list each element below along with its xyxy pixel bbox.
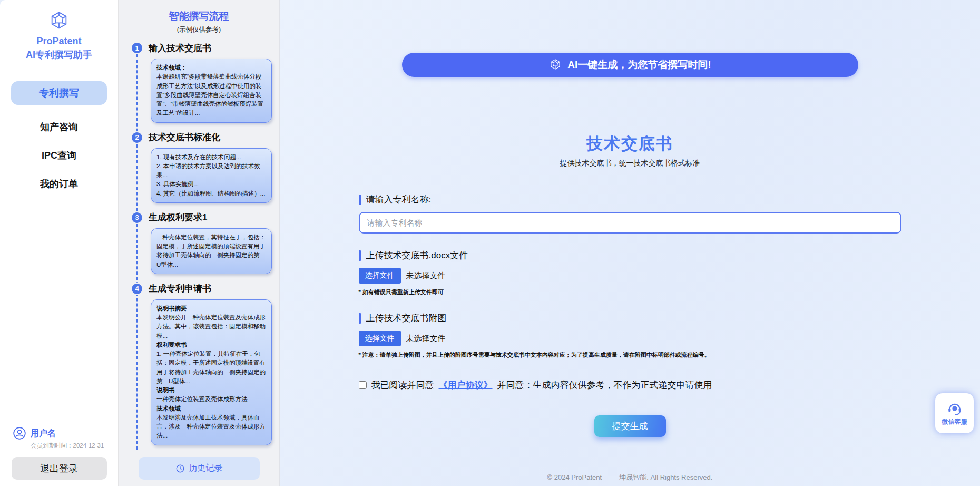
upload-doc-note: * 如有错误只需重新上传文件即可 bbox=[359, 288, 901, 296]
card-line: 1. 现有技术及存在的技术问题... bbox=[156, 153, 266, 162]
brand-subtitle: AI专利撰写助手 bbox=[26, 48, 92, 61]
wechat-support-button[interactable]: 微信客服 bbox=[935, 393, 974, 433]
agreement-suffix: 并同意：生成内容仅供参考，不作为正式递交申请使用 bbox=[497, 379, 712, 391]
user-name: 用户名 bbox=[31, 428, 56, 439]
logout-button[interactable]: 退出登录 bbox=[12, 457, 107, 480]
label-accent-bar bbox=[359, 313, 361, 324]
card-line: 1. 一种壳体定位装置，其特征在于，包括：固定模，于所述固定模的顶端设置有用于将… bbox=[156, 349, 266, 386]
step-3-example-card: 一种壳体定位装置，其特征在于，包括：固定模，于所述固定模的顶端设置有用于将待加工… bbox=[151, 228, 272, 274]
page-title: 技术交底书 bbox=[586, 133, 673, 155]
upload-doc-row: 选择文件 未选择文件 bbox=[359, 268, 901, 284]
clock-icon bbox=[175, 464, 185, 473]
card-line: 权利要求书 bbox=[156, 341, 266, 349]
upload-img-row: 选择文件 未选择文件 bbox=[359, 331, 901, 346]
sidebar-item-ipc-search[interactable]: IPC查询 bbox=[42, 149, 76, 162]
banner-text: AI一键生成，为您节省撰写时间! bbox=[567, 58, 711, 72]
writing-flow-panel: 智能撰写流程 (示例仅供参考) 1 输入技术交底书 技术领域： 本课题研究“多段… bbox=[119, 0, 280, 486]
choose-doc-file-button[interactable]: 选择文件 bbox=[359, 268, 401, 284]
user-avatar-icon bbox=[13, 426, 26, 440]
sidebar-item-label: 我的订单 bbox=[40, 179, 78, 189]
step-4-header: 4 生成专利申请书 bbox=[131, 283, 279, 295]
card-line: 2. 本申请的技术方案以及达到的技术效果... bbox=[156, 162, 266, 180]
card-line: 本发明涉及壳体加工技术领域，具体而言，涉及一种壳体定位装置及壳体成形方法... bbox=[156, 413, 266, 441]
upload-img-label-row: 上传技术交底书附图 bbox=[359, 312, 901, 324]
card-line: 说明书 bbox=[156, 386, 266, 395]
brand-name: ProPatent bbox=[36, 36, 81, 47]
agreement-row: 我已阅读并同意 《用户协议》 并同意：生成内容仅供参考，不作为正式递交申请使用 bbox=[359, 379, 901, 391]
card-line: 一种壳体定位装置及壳体成形方法 bbox=[156, 395, 266, 404]
step-2-example-card: 1. 现有技术及存在的技术问题... 2. 本申请的技术方案以及达到的技术效果.… bbox=[151, 148, 272, 203]
customer-service-headset-icon bbox=[946, 401, 964, 416]
step-1-number-badge: 1 bbox=[131, 42, 143, 54]
step-1-example-card: 技术领域： 本课题研究“多段带鳍薄壁曲线壳体分段成形工艺方法”以及成形过程中使用… bbox=[151, 59, 272, 123]
sidebar-item-patent-writing[interactable]: 专利撰写 bbox=[11, 81, 107, 105]
upload-doc-label: 上传技术交底书.docx文件 bbox=[366, 249, 468, 261]
banner-logo-icon bbox=[548, 59, 562, 71]
sidebar-item-ip-consulting[interactable]: 知产咨询 bbox=[40, 121, 78, 133]
card-line: 技术领域 bbox=[156, 404, 266, 413]
main-content: AI一键生成，为您节省撰写时间! 技术交底书 提供技术交底书，统一技术交底书格式… bbox=[280, 0, 980, 486]
step-4-example-card: 说明书摘要 本发明公开一种壳体定位装置及壳体成形方法。其中，该装置包括：固定模和… bbox=[151, 299, 272, 445]
card-line: 技术领域： bbox=[156, 63, 266, 72]
step-3-number-badge: 3 bbox=[131, 211, 143, 224]
step-1-header: 1 输入技术交底书 bbox=[131, 42, 279, 54]
sidebar: ProPatent AI专利撰写助手 专利撰写 知产咨询 IPC查询 我的订单 … bbox=[0, 0, 119, 486]
membership-expiry: 会员到期时间：2024-12-31 bbox=[31, 442, 118, 450]
brand-logo-icon bbox=[47, 11, 71, 32]
doc-file-status: 未选择文件 bbox=[406, 271, 446, 281]
user-block: 用户名 会员到期时间：2024-12-31 bbox=[0, 426, 118, 450]
page-subtitle: 提供技术交底书，统一技术交底书格式标准 bbox=[560, 159, 700, 168]
card-line: 4. 其它（比如流程图、结构图的描述）... bbox=[156, 189, 266, 198]
sidebar-item-my-orders[interactable]: 我的订单 bbox=[40, 178, 78, 190]
agreement-prefix: 我已阅读并同意 bbox=[371, 379, 434, 391]
upload-doc-label-row: 上传技术交底书.docx文件 bbox=[359, 249, 901, 261]
patent-name-label-row: 请输入专利名称: bbox=[359, 193, 901, 206]
sidebar-item-label: 知产咨询 bbox=[40, 122, 78, 132]
step-2-header: 2 技术交底书标准化 bbox=[131, 131, 279, 144]
label-accent-bar bbox=[359, 195, 361, 205]
label-accent-bar bbox=[359, 250, 361, 261]
step-3-title: 生成权利要求1 bbox=[149, 211, 207, 223]
img-file-status: 未选择文件 bbox=[406, 334, 446, 344]
patent-name-input[interactable] bbox=[359, 212, 901, 234]
history-button-label: 历史记录 bbox=[189, 463, 223, 474]
upload-img-label: 上传技术交底书附图 bbox=[366, 312, 447, 324]
sidebar-item-label: 专利撰写 bbox=[39, 86, 79, 100]
agreement-checkbox[interactable] bbox=[359, 381, 367, 389]
step-2-title: 技术交底书标准化 bbox=[149, 131, 220, 143]
user-agreement-link[interactable]: 《用户协议》 bbox=[439, 379, 493, 391]
submission-form: 请输入专利名称: 上传技术交底书.docx文件 选择文件 未选择文件 * 如有错… bbox=[359, 193, 901, 437]
submit-generate-button[interactable]: 提交生成 bbox=[594, 415, 666, 437]
upload-img-note: * 注意：请单独上传附图，并且上传的附图序号需要与技术交底书中文本内容对应；为了… bbox=[359, 351, 901, 359]
step-1-title: 输入技术交底书 bbox=[149, 42, 211, 54]
card-line: 本发明公开一种壳体定位装置及壳体成形方法。其中，该装置包括：固定模和移动模... bbox=[156, 313, 266, 341]
history-button[interactable]: 历史记录 bbox=[139, 457, 260, 480]
flow-steps: 1 输入技术交底书 技术领域： 本课题研究“多段带鳍薄壁曲线壳体分段成形工艺方法… bbox=[131, 42, 279, 454]
ai-banner: AI一键生成，为您节省撰写时间! bbox=[402, 53, 858, 77]
flow-title: 智能撰写流程 bbox=[119, 9, 279, 23]
wechat-support-label: 微信客服 bbox=[942, 417, 967, 426]
sidebar-item-label: IPC查询 bbox=[42, 150, 76, 161]
step-3-header: 3 生成权利要求1 bbox=[131, 211, 279, 224]
card-line: 一种壳体定位装置，其特征在于，包括：固定模，于所述固定模的顶端设置有用于将待加工… bbox=[156, 233, 266, 269]
step-4-title: 生成专利申请书 bbox=[149, 283, 211, 295]
patent-name-label: 请输入专利名称: bbox=[366, 193, 432, 206]
choose-img-file-button[interactable]: 选择文件 bbox=[359, 331, 401, 346]
step-2-number-badge: 2 bbox=[131, 131, 143, 144]
flow-subtitle: (示例仅供参考) bbox=[119, 25, 279, 34]
step-4-number-badge: 4 bbox=[131, 283, 143, 295]
card-line: 3. 具体实施例... bbox=[156, 180, 266, 189]
copyright-footer: © 2024 ProPatent —— 坤晟智能. All Rights Res… bbox=[280, 473, 980, 482]
card-line: 说明书摘要 bbox=[156, 304, 266, 313]
card-line: 本课题研究“多段带鳍薄壁曲线壳体分段成形工艺方法”以及成形过程中使用的装置“多段… bbox=[156, 72, 266, 118]
